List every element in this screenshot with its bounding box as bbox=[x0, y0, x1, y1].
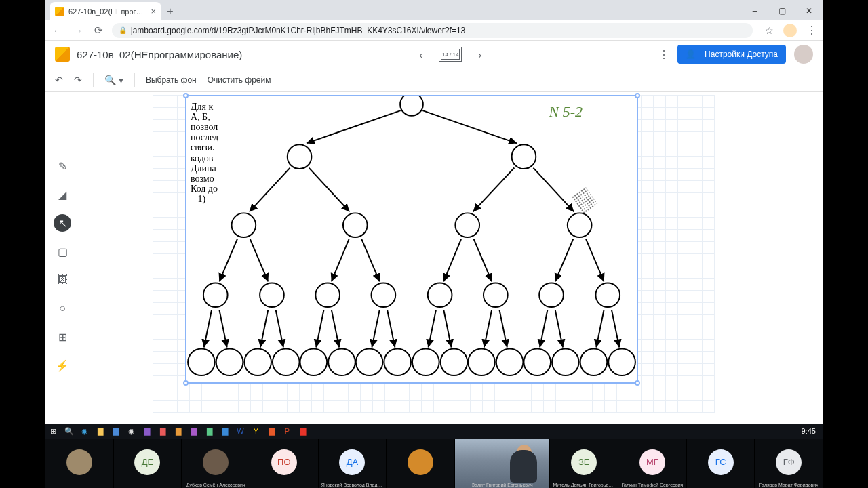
participant-tile[interactable] bbox=[387, 439, 455, 488]
reload-button[interactable]: ⟳ bbox=[92, 24, 105, 37]
svg-point-34 bbox=[343, 213, 368, 237]
next-frame-button[interactable]: › bbox=[478, 49, 481, 60]
svg-line-26 bbox=[540, 310, 547, 347]
select-tool[interactable]: ↖ bbox=[54, 214, 71, 232]
minimize-button[interactable]: – bbox=[741, 1, 768, 20]
explorer-icon[interactable]: ▇ bbox=[95, 426, 105, 436]
app-icon[interactable]: ▇ bbox=[189, 426, 199, 436]
participant-tile[interactable]: МГГалкин Тимофей Сергеевич bbox=[618, 439, 687, 488]
acrobat-icon[interactable]: ▇ bbox=[298, 426, 308, 436]
clear-frame-button[interactable]: Очистить фрейм bbox=[208, 75, 271, 85]
participant-tile[interactable]: ГФГалявов Марат Фаридович bbox=[755, 439, 823, 488]
jamboard-logo[interactable] bbox=[55, 47, 70, 62]
svg-line-0 bbox=[307, 110, 401, 143]
tool-palette: ✎ ◢ ↖ ▢ 🖼 ○ ⊞ ⚡ bbox=[54, 157, 71, 374]
svg-point-45 bbox=[188, 348, 215, 375]
svg-line-7 bbox=[250, 239, 269, 282]
board[interactable]: Для к А, Б, позвол послед связи. кодов Д… bbox=[153, 95, 715, 413]
prev-frame-button[interactable]: ‹ bbox=[419, 49, 422, 60]
svg-line-1 bbox=[422, 110, 517, 143]
zoom-button[interactable]: 🔍 ▾ bbox=[104, 75, 123, 85]
browser-tab[interactable]: 627-10в_02(НЕпрограммирован × bbox=[50, 2, 161, 20]
maximize-button[interactable]: ▢ bbox=[768, 1, 795, 20]
svg-line-8 bbox=[332, 239, 349, 282]
search-icon[interactable]: 🔍 bbox=[64, 426, 74, 436]
shape-tool[interactable]: ○ bbox=[54, 300, 71, 317]
forward-button[interactable]: → bbox=[71, 24, 85, 36]
svg-point-59 bbox=[580, 348, 608, 375]
participant-tile[interactable]: ЗЕМитель Демьян Григорьевич bbox=[550, 439, 618, 488]
tab-close-icon[interactable]: × bbox=[151, 6, 156, 16]
svg-point-44 bbox=[595, 283, 620, 307]
svg-point-40 bbox=[372, 283, 396, 307]
share-icon: 👤+ bbox=[686, 49, 701, 59]
taskbar-clock[interactable]: 9:45 bbox=[802, 427, 820, 435]
image-tool[interactable]: 🖼 bbox=[54, 271, 71, 289]
app-icon[interactable]: ▇ bbox=[173, 426, 183, 436]
windows-taskbar: ⊞ 🔍 ◉ ▇ ▇ ◉ ▇ ▇ ▇ ▇ ▇ ▇ W Y ▇ P ▇ 9:45 bbox=[45, 424, 823, 439]
svg-point-47 bbox=[244, 348, 271, 375]
app-more-icon[interactable]: ⋮ bbox=[658, 48, 669, 61]
svg-line-6 bbox=[219, 239, 237, 282]
svg-point-42 bbox=[484, 283, 508, 307]
svg-point-49 bbox=[300, 348, 328, 375]
participant-tile[interactable]: ДЕ bbox=[114, 439, 182, 488]
svg-point-35 bbox=[455, 213, 479, 237]
participant-name: Залит Григорий Евгеньевич bbox=[458, 483, 547, 487]
app-icon[interactable]: ▇ bbox=[204, 426, 214, 436]
redo-button[interactable]: ↷ bbox=[74, 75, 82, 85]
binary-tree-diagram bbox=[186, 96, 637, 382]
svg-point-60 bbox=[608, 348, 635, 375]
participant-tile[interactable]: Залит Григорий Евгеньевич bbox=[455, 439, 551, 488]
powerpoint-icon[interactable]: P bbox=[282, 426, 292, 436]
back-button[interactable]: ← bbox=[51, 24, 64, 36]
sticky-note-tool[interactable]: ▢ bbox=[54, 243, 71, 260]
edge-icon[interactable]: ◉ bbox=[79, 426, 90, 436]
svg-point-30 bbox=[400, 96, 423, 116]
svg-point-51 bbox=[356, 348, 383, 375]
participant-tile[interactable]: ГС bbox=[687, 439, 755, 488]
participant-tile[interactable]: Дубков Семён Алексеевич bbox=[182, 439, 250, 488]
participant-tile[interactable]: ДАЯновский Всеволод Владимирович bbox=[319, 439, 387, 488]
start-button[interactable]: ⊞ bbox=[48, 426, 58, 436]
undo-button[interactable]: ↶ bbox=[55, 75, 63, 85]
frame-indicator[interactable]: 14 / 14 bbox=[439, 47, 462, 62]
yandex-icon[interactable]: Y bbox=[251, 426, 261, 436]
app-icon[interactable]: ▇ bbox=[267, 426, 277, 436]
svg-line-29 bbox=[612, 310, 619, 347]
participant-tile[interactable] bbox=[45, 439, 114, 488]
word-icon[interactable]: W bbox=[235, 426, 245, 436]
webcam-feed bbox=[455, 439, 550, 488]
chrome-icon[interactable]: ◉ bbox=[126, 426, 136, 436]
app-icon[interactable]: ▇ bbox=[142, 426, 152, 436]
selected-image[interactable]: Для к А, Б, позвол послед связи. кодов Д… bbox=[185, 95, 638, 384]
bookmark-icon[interactable]: ☆ bbox=[765, 25, 774, 36]
close-window-button[interactable]: ✕ bbox=[795, 1, 823, 20]
new-tab-button[interactable]: + bbox=[161, 3, 179, 20]
participant-tile[interactable]: ПО bbox=[250, 439, 319, 488]
svg-point-48 bbox=[273, 348, 300, 375]
svg-line-2 bbox=[250, 168, 290, 212]
url-field[interactable]: 🔒 jamboard.google.com/d/19Rz3gtPJcrM0nK1… bbox=[112, 23, 753, 38]
pen-tool[interactable]: ✎ bbox=[54, 157, 71, 175]
profile-avatar-small[interactable] bbox=[783, 24, 797, 37]
textbox-tool[interactable]: ⊞ bbox=[54, 328, 71, 346]
laser-tool[interactable]: ⚡ bbox=[54, 357, 71, 374]
svg-point-38 bbox=[260, 283, 284, 307]
share-button[interactable]: 👤+ Настройки Доступа bbox=[677, 45, 786, 64]
eraser-tool[interactable]: ◢ bbox=[54, 186, 71, 203]
svg-line-5 bbox=[533, 168, 574, 212]
app-icon[interactable]: ▇ bbox=[111, 426, 121, 436]
app-icon[interactable]: ▇ bbox=[157, 426, 167, 436]
svg-line-3 bbox=[309, 168, 350, 212]
browser-menu-icon[interactable]: ⋮ bbox=[806, 24, 817, 37]
app-icon[interactable]: ▇ bbox=[220, 426, 230, 436]
profile-avatar[interactable] bbox=[794, 45, 813, 64]
frame-count: 14 / 14 bbox=[442, 52, 458, 58]
svg-line-14 bbox=[204, 310, 212, 347]
choose-background-button[interactable]: Выбрать фон bbox=[146, 75, 197, 85]
svg-line-13 bbox=[586, 239, 604, 282]
toolbar: ↶ ↷ 🔍 ▾ Выбрать фон Очистить фрейм bbox=[45, 68, 823, 92]
svg-line-21 bbox=[387, 310, 395, 347]
document-title[interactable]: 627-10в_02(НЕпрограммирование) bbox=[77, 49, 242, 60]
